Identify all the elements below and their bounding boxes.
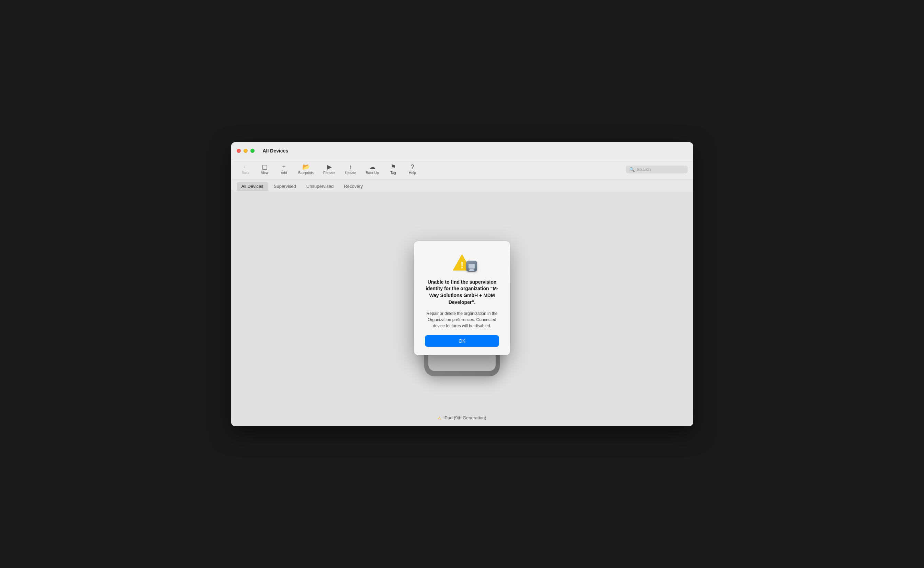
toolbar: ← Back ▢ View + Add 📂 Blueprints ▶ Prepa… (231, 160, 693, 179)
search-icon: 🔍 (629, 167, 635, 172)
backup-icon: ☁ (369, 164, 375, 170)
tab-unsupervised[interactable]: Unsupervised (302, 182, 339, 190)
minimize-button[interactable] (243, 149, 248, 153)
configurator-app-icon (466, 261, 477, 272)
update-icon: ↑ (349, 164, 352, 170)
help-label: Help (409, 171, 416, 175)
titlebar: All Devices (231, 142, 693, 160)
ok-button[interactable]: OK (425, 335, 499, 347)
window-title: All Devices (263, 148, 289, 154)
maximize-button[interactable] (250, 149, 254, 153)
blueprints-label: Blueprints (298, 171, 314, 175)
backup-button[interactable]: ☁ Back Up (362, 162, 383, 177)
help-icon: ? (411, 164, 414, 170)
device-name: iPad (9th Generation) (443, 415, 486, 420)
add-label: Add (281, 171, 287, 175)
view-label: View (261, 171, 269, 175)
blueprints-button[interactable]: 📂 Blueprints (294, 162, 318, 177)
tag-label: Tag (390, 171, 396, 175)
update-label: Update (345, 171, 356, 175)
tag-button[interactable]: ⚑ Tag (384, 162, 402, 177)
backup-label: Back Up (366, 171, 379, 175)
help-button[interactable]: ? Help (404, 162, 422, 177)
warning-icon-container: ! (452, 254, 472, 271)
add-icon: + (282, 164, 286, 170)
blueprints-icon: 📂 (302, 164, 310, 170)
tag-icon: ⚑ (390, 164, 396, 170)
dialog-icon-area: ! (450, 251, 474, 274)
main-content: ! Unable to find the supervision identit… (231, 191, 693, 426)
dialog-overlay: ! Unable to find the supervision identit… (231, 191, 693, 426)
prepare-label: Prepare (323, 171, 336, 175)
configurator-icon-inner (469, 264, 475, 269)
alert-dialog: ! Unable to find the supervision identit… (414, 241, 510, 355)
prepare-button[interactable]: ▶ Prepare (319, 162, 340, 177)
tab-all-devices[interactable]: All Devices (237, 182, 268, 190)
back-button[interactable]: ← Back (237, 162, 254, 177)
close-button[interactable] (237, 149, 241, 153)
dialog-title: Unable to find the supervision identity … (425, 279, 499, 306)
add-button[interactable]: + Add (275, 162, 293, 177)
search-input[interactable] (637, 167, 684, 172)
search-box: 🔍 (626, 166, 688, 174)
svg-text:!: ! (461, 260, 464, 270)
view-button[interactable]: ▢ View (256, 162, 274, 177)
view-icon: ▢ (262, 164, 268, 170)
update-button[interactable]: ↑ Update (341, 162, 360, 177)
device-label: △ iPad (9th Generation) (438, 415, 486, 421)
main-window: All Devices ← Back ▢ View + Add 📂 Bluepr… (231, 142, 693, 426)
traffic-lights (237, 149, 254, 153)
tab-supervised[interactable]: Supervised (269, 182, 301, 190)
back-icon: ← (242, 164, 249, 170)
device-warning-icon: △ (438, 415, 442, 421)
tabbar: All Devices Supervised Unsupervised Reco… (231, 179, 693, 191)
dialog-message: Repair or delete the organization in the… (425, 310, 499, 329)
prepare-icon: ▶ (327, 164, 332, 170)
tab-recovery[interactable]: Recovery (339, 182, 367, 190)
back-label: Back (242, 171, 249, 175)
